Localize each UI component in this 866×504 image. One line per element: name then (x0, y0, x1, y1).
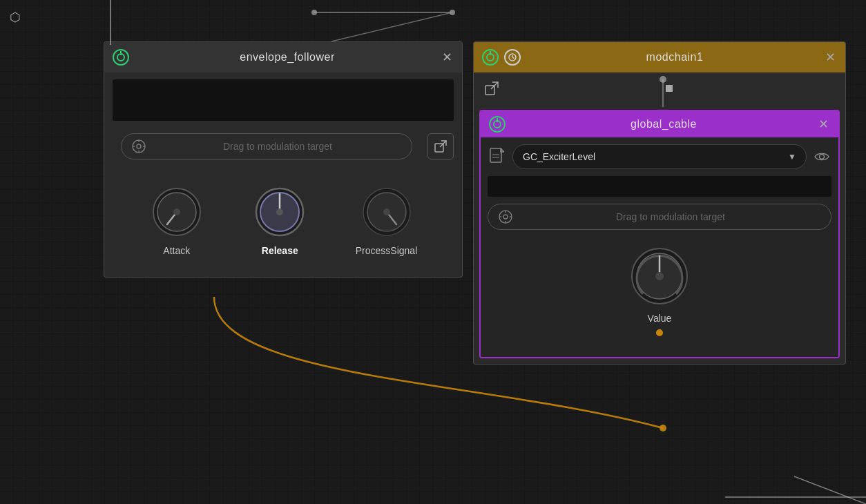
env-power-button[interactable] (113, 49, 129, 66)
env-export-button[interactable] (427, 133, 454, 159)
modchain-power-button[interactable] (482, 49, 499, 66)
process-signal-knob-container: ProcessSignal (356, 184, 418, 256)
modchain-window-title: modchain1 (526, 51, 823, 64)
attack-knob[interactable] (149, 184, 204, 240)
global-cable-drag-icon (498, 209, 513, 224)
env-drag-text: Drag to modulation target (153, 141, 402, 152)
env-waveform-display (113, 79, 454, 121)
svg-point-11 (137, 144, 141, 148)
global-cable-window: global_cable ✕ GC_ExciterLevel (479, 110, 840, 358)
env-close-button[interactable]: ✕ (440, 50, 454, 64)
modchain-title-bar: modchain1 ✕ (474, 42, 845, 72)
doc-icon (488, 147, 507, 166)
cable-selector-row: GC_ExciterLevel ▼ (488, 144, 831, 169)
attack-label: Attack (163, 245, 190, 256)
modchain-power-icon (486, 53, 494, 61)
svg-point-5 (660, 425, 666, 432)
global-cable-content: GC_ExciterLevel ▼ (481, 137, 838, 357)
svg-point-20 (173, 209, 180, 215)
svg-point-23 (276, 209, 283, 215)
modchain-connector-dot (666, 85, 673, 92)
modchain-window: modchain1 ✕ global_cable ✕ (473, 41, 846, 365)
global-cable-title-bar: global_cable ✕ (481, 111, 838, 137)
svg-point-2 (311, 10, 317, 15)
release-knob[interactable] (252, 184, 307, 240)
modchain-clock-button[interactable] (504, 49, 521, 66)
dropdown-arrow-icon: ▼ (788, 152, 796, 162)
process-signal-knob[interactable] (359, 184, 414, 240)
release-label: Release (262, 245, 298, 256)
visibility-eye-icon[interactable] (812, 147, 831, 166)
env-power-icon (117, 53, 125, 61)
svg-line-29 (512, 57, 514, 59)
env-window-title: envelope_follower (135, 51, 440, 64)
env-title-bar: envelope_follower ✕ (104, 42, 462, 72)
env-export-icon (434, 140, 447, 153)
value-knob-connector-dot (656, 329, 663, 336)
cable-name-dropdown[interactable]: GC_ExciterLevel ▼ (512, 144, 807, 169)
svg-point-3 (450, 10, 455, 15)
global-cable-power-icon (493, 120, 501, 128)
value-knob-container: Value (488, 238, 831, 350)
global-cable-value-display (488, 176, 831, 197)
svg-rect-32 (490, 148, 501, 162)
global-cable-title: global_cable (511, 118, 816, 130)
cable-dropdown-value: GC_ExciterLevel (523, 151, 595, 162)
envelope-follower-window: envelope_follower ✕ Drag to modulation t… (104, 41, 463, 278)
env-drag-mod-bar[interactable]: Drag to modulation target (121, 133, 412, 159)
clock-icon (508, 53, 517, 61)
svg-point-26 (383, 209, 390, 215)
svg-point-35 (820, 155, 825, 159)
svg-point-44 (655, 272, 664, 280)
global-cable-power-button[interactable] (489, 116, 506, 133)
svg-line-9 (794, 476, 866, 504)
global-cable-close-button[interactable]: ✕ (816, 117, 830, 131)
modchain-close-button[interactable]: ✕ (823, 50, 837, 64)
svg-point-37 (503, 215, 508, 219)
env-knobs-area: Attack Release (104, 171, 462, 277)
attack-knob-container: Attack (149, 184, 204, 256)
topleft-export-icon[interactable]: ⬡ (10, 10, 21, 25)
global-cable-drag-mod-bar[interactable]: Drag to modulation target (488, 204, 831, 230)
value-knob-label: Value (648, 313, 672, 324)
modchain-header-row (474, 72, 845, 104)
process-signal-label: ProcessSignal (356, 245, 418, 256)
release-knob-container: Release (252, 184, 307, 256)
env-drag-target-icon (131, 139, 146, 154)
svg-line-4 (331, 12, 452, 41)
global-cable-drag-text: Drag to modulation target (520, 211, 821, 222)
modchain-export-icon[interactable] (482, 79, 501, 98)
value-knob[interactable] (628, 245, 691, 307)
